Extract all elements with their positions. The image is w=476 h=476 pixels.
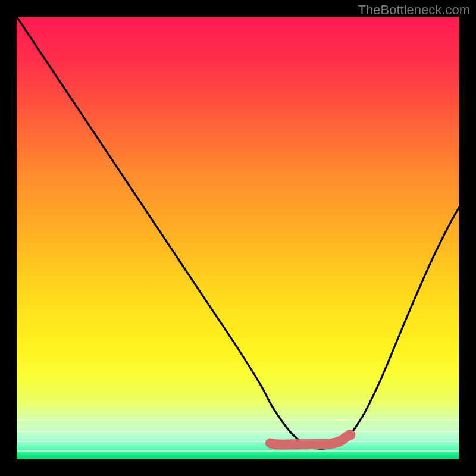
bottleneck-curve	[17, 17, 459, 449]
valley-highlight-dot	[345, 430, 355, 440]
chart-container: TheBottleneck.com	[0, 0, 476, 476]
plot-area	[17, 17, 459, 459]
valley-highlight-segment	[270, 437, 346, 444]
curve-layer	[17, 17, 459, 459]
attribution-label: TheBottleneck.com	[358, 2, 470, 18]
